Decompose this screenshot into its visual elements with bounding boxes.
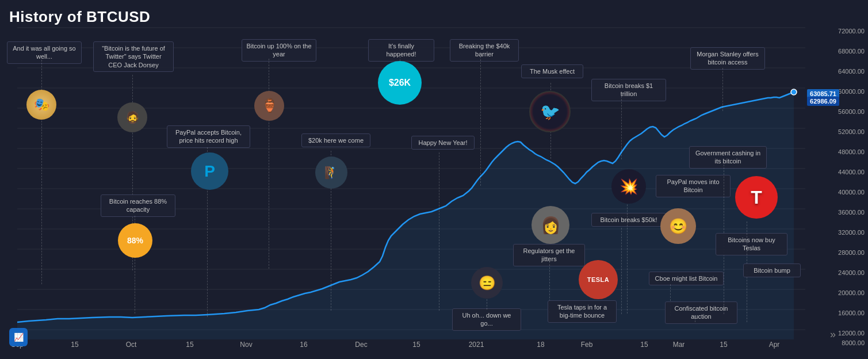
chart-container: History of BTCUSD	[0, 0, 868, 359]
x-label-15-mar: 15	[720, 341, 727, 349]
avatar-88pct: 88%	[118, 223, 152, 258]
ann-line-9	[480, 56, 481, 186]
x-label-15-dec: 15	[412, 341, 420, 349]
x-label-18: 18	[537, 341, 544, 349]
avatar-20k: 🧗	[315, 156, 347, 189]
x-label-feb: Feb	[581, 341, 593, 349]
annotation-88pct: Bitcoin reaches 88% capacity	[101, 194, 175, 217]
x-label-mar: Mar	[673, 341, 685, 349]
avatar-down: 😑	[471, 267, 503, 299]
y-label-20000: 20000.00	[838, 289, 865, 296]
annotation-finally: It's finally happened!	[368, 39, 434, 62]
avatar-26k: $26K	[378, 61, 422, 105]
x-label-16: 16	[300, 341, 307, 349]
annotation-paypal-bitcoin: PayPal moves into Bitcoin	[656, 175, 731, 197]
annotation-going-well: And it was all going so well...	[7, 41, 82, 64]
annotation-paypal: PayPal accepts Bitcoin, price hits recor…	[167, 125, 250, 148]
brand-logo: 📈	[9, 328, 28, 346]
y-label-32000: 32000.00	[838, 229, 865, 236]
avatar-dorsey: 🧔	[117, 102, 147, 132]
annotation-confiscated: Confiscated bitcoin auction	[665, 301, 737, 324]
y-label-44000: 44000.00	[838, 169, 865, 175]
annotation-buy-teslas: Bitcoins now buy Teslas	[716, 233, 787, 255]
annotation-new-year: Happy New Year!	[411, 136, 475, 150]
annotation-40k: Breaking the $40k barrier	[450, 39, 519, 62]
y-label-64000: 64000.00	[838, 68, 865, 75]
avatar-paypal: P	[191, 152, 228, 190]
y-label-68000: 68000.00	[838, 48, 865, 55]
annotation-1trillion: Bitcoin breaks $1 trillion	[591, 79, 666, 101]
avatar-tesla-t: T	[735, 176, 778, 219]
avatar-going-well: 🎭	[26, 90, 56, 120]
y-label-12000: 12000.00	[838, 330, 865, 337]
avatar-musk: 🐦	[529, 91, 571, 132]
annotation-morgan-stanley: Morgan Stanley offers bitcoin access	[690, 47, 765, 70]
annotation-20k: $20k here we come	[301, 133, 370, 147]
x-label-15-feb: 15	[640, 341, 648, 349]
y-label-8000: 8000.00	[842, 339, 865, 346]
avatar-100pct: 🏺	[254, 91, 284, 121]
x-label-15-sep: 15	[71, 341, 78, 349]
y-label-48000: 48000.00	[838, 148, 865, 155]
x-label-nov: Nov	[240, 341, 252, 349]
annotation-tesla-bounce: Tesla taps in for a big-time bounce	[548, 300, 617, 323]
svg-point-16	[791, 89, 797, 95]
chevron-right-icon[interactable]: »	[830, 329, 836, 341]
ann-line-19	[722, 68, 723, 111]
x-label-15-oct: 15	[186, 341, 193, 349]
avatar-smile-woman: 😊	[660, 208, 696, 244]
annotation-50k: Bitcoin breaks $50k!	[591, 213, 666, 227]
ann-line-5	[269, 59, 269, 269]
annotation-100pct: Bitcoin up 100% on the year	[242, 39, 316, 62]
x-label-apr: Apr	[769, 341, 780, 349]
avatar-regulators: 👩	[531, 206, 569, 244]
annotation-musk: The Musk effect	[521, 64, 583, 78]
price-badge-low: 62986.09	[807, 97, 839, 106]
annotation-down: Uh oh... down we go...	[452, 308, 521, 331]
y-label-60000: 60000.00	[838, 88, 865, 95]
y-label-16000: 16000.00	[838, 310, 865, 316]
x-label-oct: Oct	[126, 341, 137, 349]
ann-line-8	[439, 152, 439, 311]
y-label-24000: 24000.00	[838, 269, 865, 276]
y-label-40000: 40000.00	[838, 189, 865, 196]
y-label-72000: 72000.00	[838, 28, 865, 35]
y-label-56000: 56000.00	[838, 108, 865, 115]
ann-line-18	[695, 315, 695, 322]
x-label-2021: 2021	[469, 341, 484, 349]
ann-line-15	[621, 228, 622, 314]
annotation-dorsey: "Bitcoin is the future of Twitter" says …	[93, 41, 174, 72]
x-label-dec: Dec	[355, 341, 367, 349]
avatar-tesla: TESLA	[579, 260, 618, 299]
y-label-52000: 52000.00	[838, 128, 865, 135]
annotation-government: Government cashing in its bitcoin	[689, 146, 767, 169]
annotation-cboe: Cboe might list Bitcoin	[649, 272, 724, 285]
y-label-36000: 36000.00	[838, 209, 865, 216]
annotation-bitcoin-bump: Bitcoin bump	[743, 263, 801, 277]
avatar-paypal-bitcoin: 💥	[611, 169, 646, 204]
y-label-28000: 28000.00	[838, 249, 865, 256]
ann-line-14	[621, 93, 622, 159]
